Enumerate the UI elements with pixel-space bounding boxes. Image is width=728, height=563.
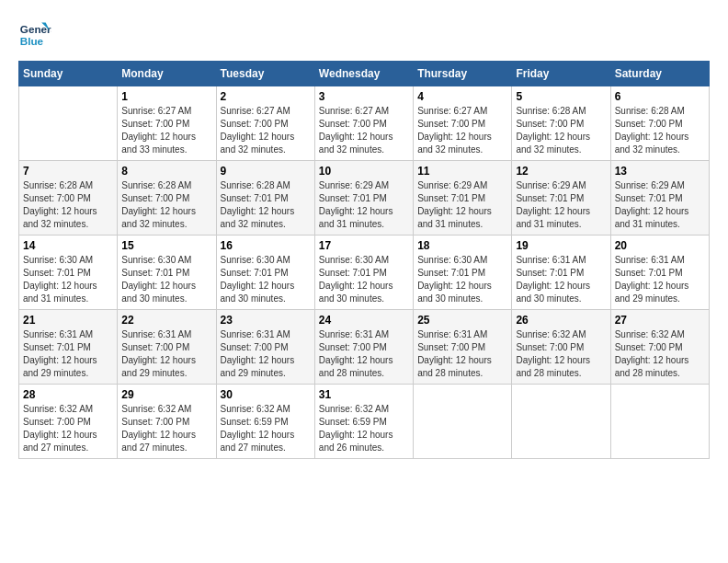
day-info: Sunrise: 6:29 AM Sunset: 7:01 PM Dayligh… — [615, 179, 705, 231]
day-number: 15 — [121, 239, 211, 252]
day-info: Sunrise: 6:30 AM Sunset: 7:01 PM Dayligh… — [23, 254, 113, 305]
calendar-cell: 19Sunrise: 6:31 AM Sunset: 7:01 PM Dayli… — [512, 236, 610, 310]
day-info: Sunrise: 6:28 AM Sunset: 7:00 PM Dayligh… — [121, 179, 211, 231]
day-info: Sunrise: 6:31 AM Sunset: 7:01 PM Dayligh… — [615, 254, 705, 305]
day-number: 6 — [615, 90, 705, 103]
calendar-cell: 12Sunrise: 6:29 AM Sunset: 7:01 PM Dayli… — [512, 161, 610, 236]
day-info: Sunrise: 6:27 AM Sunset: 7:00 PM Dayligh… — [417, 105, 507, 156]
day-number: 31 — [319, 388, 409, 401]
calendar-week-row: 14Sunrise: 6:30 AM Sunset: 7:01 PM Dayli… — [19, 236, 710, 310]
calendar-header-row: SundayMondayTuesdayWednesdayThursdayFrid… — [19, 62, 710, 86]
calendar-cell: 10Sunrise: 6:29 AM Sunset: 7:01 PM Dayli… — [314, 161, 413, 236]
calendar-cell: 2Sunrise: 6:27 AM Sunset: 7:00 PM Daylig… — [216, 86, 314, 161]
calendar-cell: 20Sunrise: 6:31 AM Sunset: 7:01 PM Dayli… — [610, 236, 709, 310]
day-info: Sunrise: 6:27 AM Sunset: 7:00 PM Dayligh… — [121, 105, 211, 156]
day-info: Sunrise: 6:31 AM Sunset: 7:01 PM Dayligh… — [23, 328, 113, 380]
calendar-week-row: 21Sunrise: 6:31 AM Sunset: 7:01 PM Dayli… — [19, 310, 710, 385]
calendar-week-row: 1Sunrise: 6:27 AM Sunset: 7:00 PM Daylig… — [19, 86, 710, 161]
calendar-cell: 6Sunrise: 6:28 AM Sunset: 7:00 PM Daylig… — [610, 86, 709, 161]
calendar-week-row: 7Sunrise: 6:28 AM Sunset: 7:00 PM Daylig… — [19, 161, 710, 236]
day-number: 11 — [417, 165, 507, 178]
calendar-cell: 24Sunrise: 6:31 AM Sunset: 7:00 PM Dayli… — [314, 310, 413, 385]
day-number: 12 — [516, 165, 606, 178]
day-number: 8 — [121, 165, 211, 178]
weekday-header: Saturday — [610, 62, 709, 86]
day-info: Sunrise: 6:30 AM Sunset: 7:01 PM Dayligh… — [221, 254, 311, 305]
day-number: 30 — [221, 388, 311, 401]
day-info: Sunrise: 6:30 AM Sunset: 7:01 PM Dayligh… — [417, 254, 507, 305]
weekday-header: Monday — [118, 62, 216, 86]
calendar-cell: 18Sunrise: 6:30 AM Sunset: 7:01 PM Dayli… — [414, 236, 512, 310]
day-number: 2 — [221, 90, 311, 103]
day-number: 21 — [23, 314, 113, 327]
calendar-cell — [19, 86, 118, 161]
day-info: Sunrise: 6:32 AM Sunset: 6:59 PM Dayligh… — [319, 403, 409, 454]
calendar-cell: 27Sunrise: 6:32 AM Sunset: 7:00 PM Dayli… — [610, 310, 709, 385]
day-info: Sunrise: 6:31 AM Sunset: 7:00 PM Dayligh… — [121, 328, 211, 380]
day-info: Sunrise: 6:29 AM Sunset: 7:01 PM Dayligh… — [417, 179, 507, 231]
day-number: 26 — [516, 314, 606, 327]
day-number: 10 — [319, 165, 409, 178]
day-info: Sunrise: 6:27 AM Sunset: 7:00 PM Dayligh… — [221, 105, 311, 156]
calendar-cell: 14Sunrise: 6:30 AM Sunset: 7:01 PM Dayli… — [19, 236, 118, 310]
calendar-cell: 31Sunrise: 6:32 AM Sunset: 6:59 PM Dayli… — [314, 385, 413, 459]
calendar-cell: 17Sunrise: 6:30 AM Sunset: 7:01 PM Dayli… — [314, 236, 413, 310]
day-number: 13 — [615, 165, 705, 178]
day-number: 1 — [121, 90, 211, 103]
day-info: Sunrise: 6:28 AM Sunset: 7:01 PM Dayligh… — [221, 179, 311, 231]
day-info: Sunrise: 6:29 AM Sunset: 7:01 PM Dayligh… — [516, 179, 606, 231]
day-number: 22 — [121, 314, 211, 327]
day-info: Sunrise: 6:31 AM Sunset: 7:00 PM Dayligh… — [221, 328, 311, 380]
calendar-cell: 29Sunrise: 6:32 AM Sunset: 7:00 PM Dayli… — [118, 385, 216, 459]
calendar-cell: 23Sunrise: 6:31 AM Sunset: 7:00 PM Dayli… — [216, 310, 314, 385]
logo-icon: General Blue — [18, 18, 51, 52]
page-header: General Blue — [18, 18, 710, 52]
day-number: 19 — [516, 239, 606, 252]
day-number: 23 — [221, 314, 311, 327]
day-info: Sunrise: 6:30 AM Sunset: 7:01 PM Dayligh… — [121, 254, 211, 305]
day-number: 16 — [221, 239, 311, 252]
day-info: Sunrise: 6:31 AM Sunset: 7:01 PM Dayligh… — [516, 254, 606, 305]
day-number: 7 — [23, 165, 113, 178]
day-number: 17 — [319, 239, 409, 252]
calendar-cell: 7Sunrise: 6:28 AM Sunset: 7:00 PM Daylig… — [19, 161, 118, 236]
calendar-cell: 1Sunrise: 6:27 AM Sunset: 7:00 PM Daylig… — [118, 86, 216, 161]
calendar-cell: 4Sunrise: 6:27 AM Sunset: 7:00 PM Daylig… — [414, 86, 512, 161]
day-number: 29 — [121, 388, 211, 401]
calendar-cell: 16Sunrise: 6:30 AM Sunset: 7:01 PM Dayli… — [216, 236, 314, 310]
day-number: 25 — [417, 314, 507, 327]
day-info: Sunrise: 6:27 AM Sunset: 7:00 PM Dayligh… — [319, 105, 409, 156]
calendar-cell: 8Sunrise: 6:28 AM Sunset: 7:00 PM Daylig… — [118, 161, 216, 236]
day-number: 24 — [319, 314, 409, 327]
calendar-cell: 26Sunrise: 6:32 AM Sunset: 7:00 PM Dayli… — [512, 310, 610, 385]
day-info: Sunrise: 6:31 AM Sunset: 7:00 PM Dayligh… — [417, 328, 507, 380]
calendar-table: SundayMondayTuesdayWednesdayThursdayFrid… — [18, 61, 710, 459]
day-info: Sunrise: 6:32 AM Sunset: 7:00 PM Dayligh… — [516, 328, 606, 380]
day-info: Sunrise: 6:32 AM Sunset: 7:00 PM Dayligh… — [121, 403, 211, 454]
day-number: 27 — [615, 314, 705, 327]
day-number: 5 — [516, 90, 606, 103]
calendar-cell: 11Sunrise: 6:29 AM Sunset: 7:01 PM Dayli… — [414, 161, 512, 236]
day-number: 14 — [23, 239, 113, 252]
calendar-cell: 9Sunrise: 6:28 AM Sunset: 7:01 PM Daylig… — [216, 161, 314, 236]
day-info: Sunrise: 6:30 AM Sunset: 7:01 PM Dayligh… — [319, 254, 409, 305]
calendar-cell: 15Sunrise: 6:30 AM Sunset: 7:01 PM Dayli… — [118, 236, 216, 310]
day-number: 20 — [615, 239, 705, 252]
calendar-week-row: 28Sunrise: 6:32 AM Sunset: 7:00 PM Dayli… — [19, 385, 710, 459]
day-number: 3 — [319, 90, 409, 103]
day-info: Sunrise: 6:32 AM Sunset: 6:59 PM Dayligh… — [221, 403, 311, 454]
day-info: Sunrise: 6:29 AM Sunset: 7:01 PM Dayligh… — [319, 179, 409, 231]
weekday-header: Friday — [512, 62, 610, 86]
day-info: Sunrise: 6:28 AM Sunset: 7:00 PM Dayligh… — [615, 105, 705, 156]
day-number: 28 — [23, 388, 113, 401]
weekday-header: Tuesday — [216, 62, 314, 86]
day-number: 9 — [221, 165, 311, 178]
weekday-header: Sunday — [19, 62, 118, 86]
day-info: Sunrise: 6:28 AM Sunset: 7:00 PM Dayligh… — [23, 179, 113, 231]
calendar-cell: 25Sunrise: 6:31 AM Sunset: 7:00 PM Dayli… — [414, 310, 512, 385]
calendar-cell — [414, 385, 512, 459]
calendar-cell: 28Sunrise: 6:32 AM Sunset: 7:00 PM Dayli… — [19, 385, 118, 459]
day-info: Sunrise: 6:32 AM Sunset: 7:00 PM Dayligh… — [23, 403, 113, 454]
calendar-cell: 5Sunrise: 6:28 AM Sunset: 7:00 PM Daylig… — [512, 86, 610, 161]
calendar-cell: 22Sunrise: 6:31 AM Sunset: 7:00 PM Dayli… — [118, 310, 216, 385]
